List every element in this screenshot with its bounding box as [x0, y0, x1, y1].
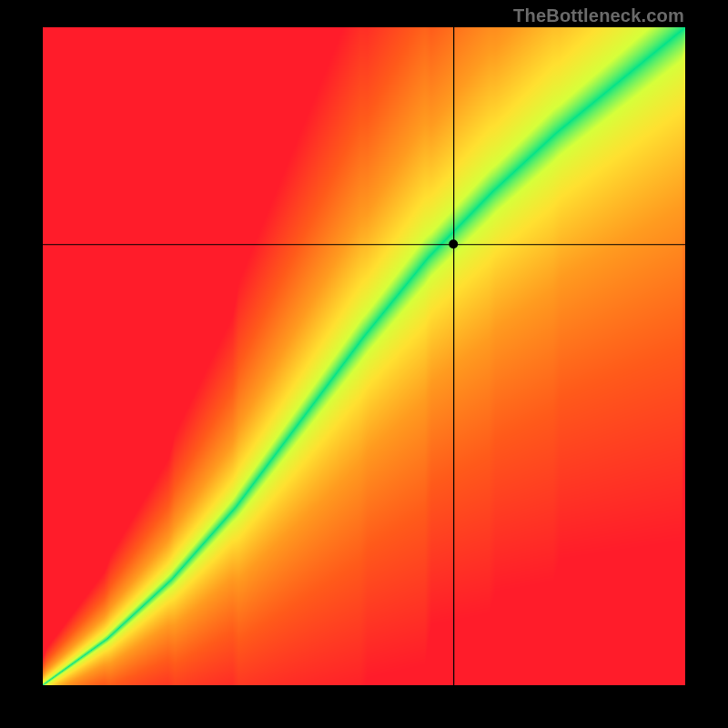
- heatmap-canvas: [43, 27, 685, 685]
- heatmap-plot: [43, 27, 685, 685]
- chart-container: TheBottleneck.com: [0, 0, 728, 728]
- watermark-text: TheBottleneck.com: [513, 5, 684, 26]
